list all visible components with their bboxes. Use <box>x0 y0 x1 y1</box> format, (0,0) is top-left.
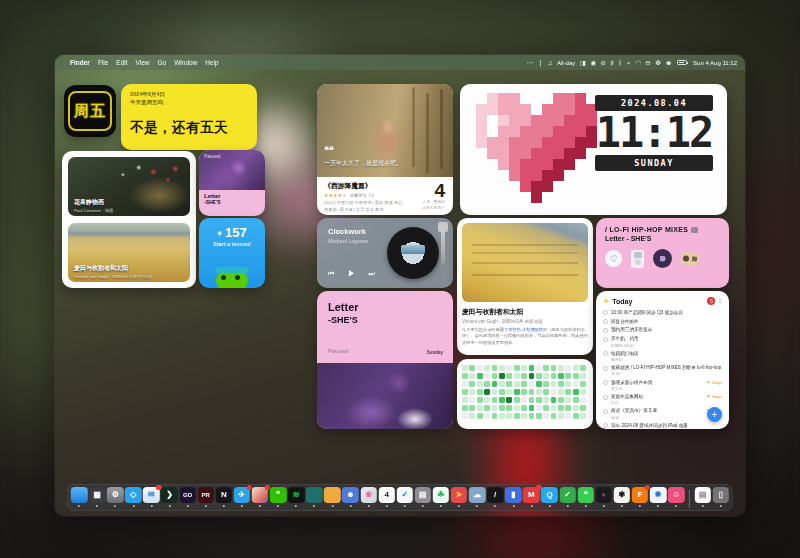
todo-item[interactable]: 整理桌面小组件布局备忘录⚑ 7days <box>603 378 722 392</box>
dock-icon-blue-character-app[interactable]: ☻ <box>342 487 359 504</box>
dock-icon-raycast[interactable]: ➤ <box>451 487 468 504</box>
dock-icon-teal-app[interactable] <box>306 487 323 504</box>
art-card-cezanne[interactable]: 花果静物画 Paul Cézanne · 油画 <box>68 157 190 216</box>
add-reminder-button[interactable]: + <box>707 407 722 422</box>
music-widget-small[interactable]: Paused Letter -SHE'S <box>199 150 265 216</box>
dock-icon-arc-browser[interactable] <box>252 487 269 504</box>
museum-link[interactable]: 克勒勒·米勒博物馆 <box>508 327 543 332</box>
status-icon-3[interactable]: ♯ <box>611 59 614 67</box>
status-icon-8[interactable]: ❆ <box>655 59 660 67</box>
dock-icon-calendar[interactable]: 4 <box>378 487 395 504</box>
menu-item-finder[interactable]: Finder <box>70 59 90 66</box>
reminders-widget[interactable]: ★ Today 5 ≡ 10:00 和产品团队同步 Q3 规划会议回复合作邮件预… <box>596 291 729 429</box>
friday-widget[interactable]: 2024年8月4日 今天是周五吗 不是，还有五天 <box>121 84 257 150</box>
status-icon-5[interactable]: ⌁ <box>627 59 631 67</box>
dock-icon-downloads-document[interactable]: ▤ <box>695 487 712 504</box>
todo-item[interactable]: 10:00 和产品团队同步 Q3 规划会议 <box>603 308 722 317</box>
dock-icon-terminal[interactable]: ❯ <box>161 487 178 504</box>
dock-icon-clover-app[interactable]: ☘ <box>433 487 450 504</box>
todo-item[interactable]: 导出 2024.08 壁纸并同步到 iPad 相册今天 <box>603 421 722 429</box>
music-widget-large[interactable]: Letter -SHE'S Paused Sunday <box>317 291 453 429</box>
menu-item-help[interactable]: Help <box>205 59 218 66</box>
todo-item[interactable]: 给妈妈打电话每周日 <box>603 349 722 363</box>
status-icon-7[interactable]: ⊖ <box>645 59 650 67</box>
dock-icon-telegram[interactable]: ✈ <box>234 487 251 504</box>
todo-checkbox[interactable] <box>603 328 608 333</box>
todo-checkbox[interactable] <box>603 409 608 414</box>
contribution-graph-widget[interactable] <box>457 359 593 429</box>
menu-clock[interactable]: Sun 4 Aug 11:12 <box>693 60 737 66</box>
art-card-vangogh[interactable]: 麦田与收割者和太阳 Vincent van Gogh · 1889年6月末至9月… <box>68 223 190 282</box>
status-icon-6[interactable]: ◠ <box>635 59 641 67</box>
todo-more-icon[interactable]: ≡ <box>718 298 722 304</box>
todo-checkbox[interactable] <box>603 366 608 371</box>
dock-icon-red-m-app[interactable]: M <box>523 487 540 504</box>
duolingo-widget[interactable]: ♦ 157 Start a lesson! <box>199 218 265 288</box>
dock-icon-trash[interactable]: ▯ <box>713 487 730 504</box>
now-playing-icon[interactable]: ♫ <box>548 59 553 66</box>
todo-checkbox[interactable] <box>603 395 608 400</box>
dock-icon-messages[interactable]: ❝ <box>577 487 594 504</box>
dock-icon-go-app[interactable]: GO <box>179 487 196 504</box>
dock-icon-qq[interactable]: Q <box>541 487 558 504</box>
painting-detail-widget[interactable]: 麦田与收割者和太阳 Vincent van Gogh · 1889年9月 布面油… <box>457 218 593 355</box>
todo-checkbox[interactable] <box>603 380 608 385</box>
friday-app-icon[interactable]: 周五 <box>64 85 116 137</box>
menu-item-edit[interactable]: Edit <box>116 59 127 66</box>
dock-icon-orange-app[interactable] <box>324 487 341 504</box>
running-indicator <box>422 505 424 507</box>
art-gallery-widget[interactable]: 花果静物画 Paul Cézanne · 油画 麦田与收割者和太阳 Vincen… <box>62 151 196 288</box>
todo-checkbox[interactable] <box>603 423 608 428</box>
dock-icon-wechat[interactable]: ❞ <box>270 487 287 504</box>
status-icon-0[interactable]: ◨ <box>580 59 586 67</box>
status-icon-4[interactable]: ᛒ <box>618 59 622 67</box>
todo-checkbox[interactable] <box>603 319 608 324</box>
more-status-icon[interactable]: ⋯ <box>527 59 534 67</box>
dock-icon-snowflake-app[interactable]: ❋ <box>650 487 667 504</box>
menu-item-file[interactable]: File <box>98 59 108 66</box>
dock-icon-notion[interactable]: N <box>216 487 233 504</box>
dock-icon-photos[interactable]: ❀ <box>360 487 377 504</box>
playback-controls[interactable]: ⏮ ▶ ⏭ <box>328 270 381 278</box>
todo-checkbox[interactable] <box>603 351 608 356</box>
status-icon-1[interactable]: ◉ <box>590 59 596 67</box>
music-player-widget[interactable]: Clockwork Michael Logozar ⏮ ▶ ⏭ <box>317 218 453 288</box>
dock-icon-wallet-app[interactable]: ▮ <box>505 487 522 504</box>
todo-item[interactable]: 更新作品集网站工作⚑ 7days <box>603 392 722 406</box>
pixel-clock-widget[interactable]: 2024.08.04 11:12 SUNDAY <box>460 84 727 215</box>
todo-item[interactable]: 回复合作邮件 <box>603 317 722 326</box>
todo-item[interactable]: 预约周三的牙医复诊 <box>603 326 722 335</box>
dock-icon-notes[interactable]: ▤ <box>415 487 432 504</box>
all-day-label[interactable]: All-day <box>557 60 575 66</box>
movie-widget[interactable]: ❝❝ 一万年太久了，就是现在吧。 《西游降魔篇》 ★★★★★ 豆瓣评分 7.2 … <box>317 84 453 215</box>
todo-checkbox[interactable] <box>603 310 608 315</box>
status-icon-2[interactable]: ⊘ <box>601 59 606 67</box>
dock-icon-chatgpt[interactable]: ✾ <box>614 487 631 504</box>
dock-icon-weather[interactable]: ☁ <box>469 487 486 504</box>
heart-pixel <box>520 104 531 115</box>
todo-item[interactable]: 阅读《梵高传》第 5 章阅读⚑ 7days <box>603 407 722 421</box>
dock-icon-spotify[interactable]: ≋ <box>288 487 305 504</box>
dock-icon-shield-app[interactable]: ✓ <box>559 487 576 504</box>
dock-icon-things[interactable]: ✓ <box>397 487 414 504</box>
todo-item[interactable]: 收藏新的 / LO-FI HIP-HOP MIXES 到歌单 lo-fi hip… <box>603 364 722 378</box>
todo-text: 更新作品集网站 <box>611 394 702 400</box>
menu-item-view[interactable]: View <box>136 59 150 66</box>
dock-icon-vscode[interactable]: ◇ <box>125 487 142 504</box>
dock-icon-finder[interactable] <box>71 487 88 504</box>
todo-checkbox[interactable] <box>603 337 608 342</box>
todo-item[interactable]: 买牛奶、鸡蛋提醒我 18:00 <box>603 335 722 349</box>
dock-icon-mail[interactable]: ✉ <box>143 487 160 504</box>
battery-icon[interactable] <box>677 60 687 65</box>
dock-icon-pr-app[interactable]: PR <box>197 487 214 504</box>
dock-icon-black-circle-app[interactable]: ● <box>596 487 613 504</box>
status-icon-9[interactable]: ☻ <box>665 59 672 67</box>
lofi-playlist-widget[interactable]: / LO-FI HIP-HOP MIXES Letter - SHE'S ♡ <box>596 218 729 288</box>
dock-icon-orange-f-app[interactable]: F <box>632 487 649 504</box>
menu-item-window[interactable]: Window <box>174 59 197 66</box>
dock-icon-launchpad[interactable]: ▦ <box>89 487 106 504</box>
dock-icon-system-settings[interactable]: ⚙ <box>107 487 124 504</box>
dock-icon-cron-calendar[interactable]: / <box>487 487 504 504</box>
dock-icon-pink-face-app[interactable]: ☺ <box>668 487 685 504</box>
menu-item-go[interactable]: Go <box>158 59 167 66</box>
